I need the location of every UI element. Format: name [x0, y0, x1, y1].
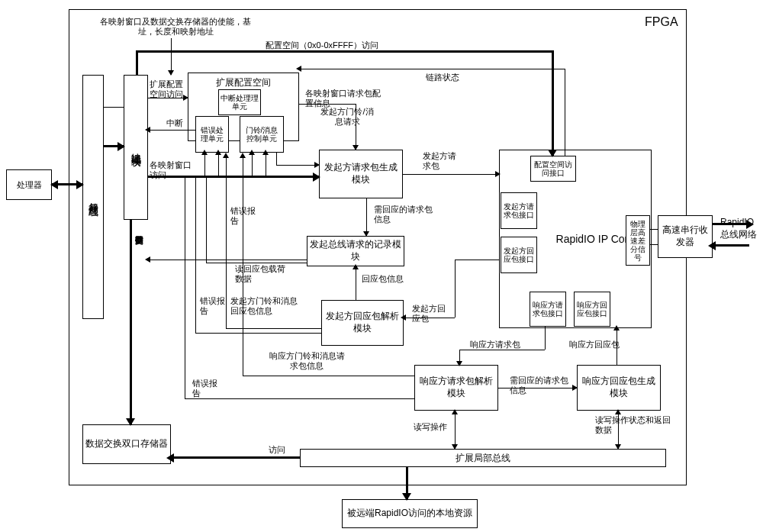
need-resp-req-info-label: 需回应的请求包信息	[374, 205, 435, 224]
responder-doorbell-msg-req-info-label: 响应方门铃和消息请求包信息	[269, 351, 345, 371]
ext-config-access-label: 扩展配置空间访问	[150, 79, 188, 99]
fpga-label: FPGA	[645, 15, 678, 29]
initiator-req-gen-text: 发起方请求包生成模块	[321, 162, 401, 185]
initiator-resp-iface-text: 发起方回应包接口	[503, 247, 535, 263]
address-decode-text: 地址译码模块	[129, 145, 143, 150]
rapidio-bus-net-label: RapidIO总线网络	[720, 217, 762, 240]
ext-local-bus-block: 扩展局部总线	[300, 449, 666, 467]
rw-op-label: 读写操作	[414, 421, 447, 433]
need-resp-req-info2-label: 需回应的请求包信息	[510, 376, 569, 395]
error-handler-text: 错误处理单元	[198, 126, 227, 143]
rw-op-status-label: 读写操作状态和返回数据	[595, 415, 671, 435]
initiator-doorbell-msg-resp-label: 发起方门铃和消息回应包信息	[230, 296, 299, 316]
remote-local-res-text: 被远端RapidIO访问的本地资源	[347, 508, 472, 520]
responder-resp-iface-text: 响应方回应包接口	[576, 301, 608, 318]
initiator-req-iface-text: 发起方请求包接口	[503, 202, 535, 219]
data-exchange-dualport-block: 数据交换双口存储器	[82, 424, 171, 464]
remote-local-res-block: 被远端RapidIO访问的本地资源	[342, 499, 478, 528]
error-handler-block: 错误处理单元	[195, 116, 229, 153]
initiator-record-block: 发起总线请求的记录模块	[307, 236, 404, 266]
resp-pkt-info-label: 回应包信息	[362, 273, 404, 285]
ext-config-space-text: 扩展配置空间	[216, 76, 271, 89]
initiator-resp-pkt-label: 发起方回应包	[412, 304, 450, 324]
responder-req-parse-block: 响应方请求包解析模块	[414, 365, 498, 411]
read-resp-payload-label: 读回应包载荷数据	[235, 264, 285, 284]
phy-diff-signal-block: 物理层高速差分信号	[626, 215, 650, 266]
responder-resp-gen-text: 响应方回应包生成模块	[579, 376, 658, 399]
error-report-label3: 错误报告	[192, 379, 220, 398]
mapping-window-req-config-label: 各映射窗口请求包配置信息	[305, 89, 382, 108]
initiator-req-gen-block: 发起方请求包生成模块	[319, 150, 403, 198]
parallel-local-bus-block: 并行局部总线	[82, 75, 104, 319]
config-space-access-label: 配置空间（0x0-0xFFFF）访问	[266, 40, 378, 51]
mapping-window-etc-label: 各映射窗口及数据交换存储器的使能，基址，长度和映射地址	[99, 17, 252, 37]
responder-resp-pkt-label: 响应方回应包	[569, 339, 620, 350]
ext-local-bus-text: 扩展局部总线	[456, 452, 510, 465]
phy-diff-signal-text: 物理层高速差分信号	[628, 220, 648, 262]
initiator-resp-parse-block: 发起方回应包解析模块	[321, 300, 404, 346]
parallel-local-bus-text: 并行局部总线	[86, 195, 100, 199]
config-space-iface-text: 配置空间访问接口	[533, 160, 574, 177]
config-space-iface-block: 配置空间访问接口	[530, 156, 576, 182]
responder-resp-gen-block: 响应方回应包生成模块	[577, 365, 661, 411]
doorbell-msg-ctrl-block: 门铃/消息控制单元	[240, 116, 284, 153]
rapidio-ip-core-text: RapidIO IP Core	[556, 233, 634, 245]
error-report-label2: 错误报告	[200, 296, 227, 316]
responder-req-pkt-label: 响应方请求包	[470, 339, 520, 350]
doorbell-msg-ctrl-text: 门铃/消息控制单元	[242, 126, 282, 143]
initiator-doorbell-msg-req-label: 发起方门铃/消息请求	[320, 107, 374, 127]
processor-block: 处理器	[6, 169, 52, 200]
initiator-req-pkt-label: 发起方请求包	[423, 151, 461, 171]
error-report-label1: 错误报告	[230, 206, 258, 226]
interrupt-label: 中断	[166, 118, 183, 129]
processor-text: 处理器	[17, 179, 42, 191]
access-label: 访问	[269, 444, 285, 456]
link-status-label: 链路状态	[426, 72, 459, 83]
address-decode-block: 地址译码模块	[124, 75, 148, 220]
responder-req-iface-text: 响应方请求包接口	[532, 301, 564, 318]
responder-req-parse-text: 响应方请求包解析模块	[417, 376, 496, 399]
initiator-resp-iface-block: 发起方回应包接口	[501, 237, 537, 273]
responder-resp-iface-block: 响应方回应包接口	[574, 292, 610, 327]
data-exchange-dualport-text: 数据交换双口存储器	[85, 438, 168, 450]
hs-serial-trx-block: 高速串行收发器	[658, 215, 713, 258]
initiator-record-text: 发起总线请求的记录模块	[309, 239, 402, 263]
responder-req-iface-block: 响应方请求包接口	[530, 292, 566, 327]
hs-serial-trx-text: 高速串行收发器	[660, 224, 710, 248]
interrupt-handler-text: 中断处理理单元	[221, 94, 259, 111]
initiator-resp-parse-text: 发起方回应包解析模块	[324, 311, 401, 334]
mapping-window-access-label: 各映射窗口访问	[150, 160, 197, 180]
interrupt-handler-block: 中断处理理单元	[218, 89, 261, 115]
initiator-req-iface-block: 发起方请求包接口	[501, 192, 537, 229]
